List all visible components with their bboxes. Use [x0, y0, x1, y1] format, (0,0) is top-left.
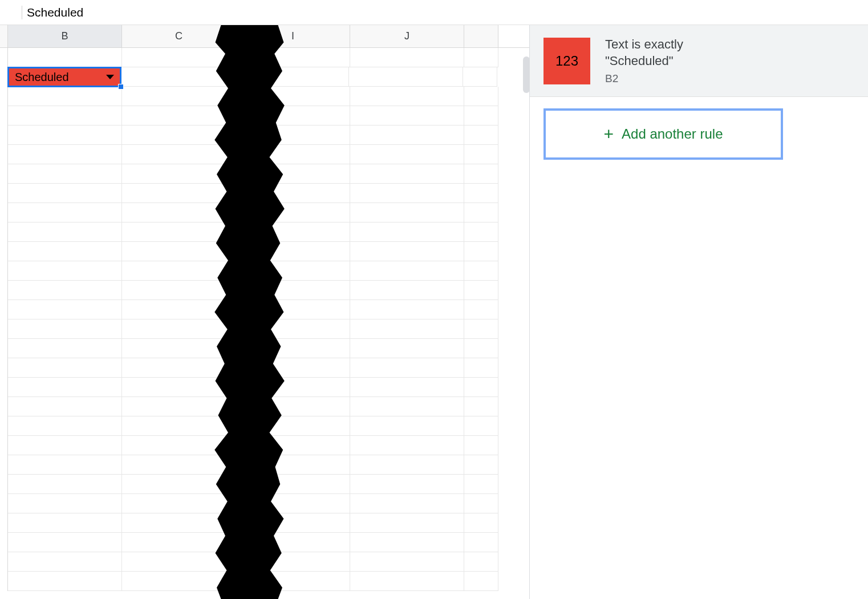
grid-cell[interactable]: [350, 378, 464, 397]
grid-cell[interactable]: [8, 319, 122, 339]
grid-cell[interactable]: [8, 300, 122, 319]
grid-cell[interactable]: [350, 203, 464, 222]
grid-cell[interactable]: [464, 261, 498, 281]
grid-cell[interactable]: [8, 339, 122, 358]
grid-cell[interactable]: [464, 436, 498, 455]
grid-cell[interactable]: [8, 164, 122, 184]
selection-handle[interactable]: [118, 84, 124, 90]
grid-cell[interactable]: [464, 106, 498, 126]
grid-cell[interactable]: [464, 378, 498, 397]
scrollbar-thumb[interactable]: [523, 56, 530, 93]
grid-cell[interactable]: [464, 572, 498, 591]
grid-cell[interactable]: [350, 106, 464, 126]
grid-cell[interactable]: [464, 300, 498, 319]
grid-cell[interactable]: [350, 513, 464, 533]
grid-cell[interactable]: [464, 203, 498, 222]
grid-cell[interactable]: [8, 572, 122, 591]
grid-cell[interactable]: [8, 416, 122, 436]
grid-cell[interactable]: [463, 67, 497, 87]
grid-cell[interactable]: [464, 494, 498, 513]
grid-cell[interactable]: [350, 164, 464, 184]
grid-cell[interactable]: [350, 339, 464, 358]
grid-cell[interactable]: [350, 281, 464, 300]
grid-cell[interactable]: [350, 48, 464, 67]
grid-cell[interactable]: [8, 494, 122, 513]
grid-cell[interactable]: [464, 552, 498, 572]
grid-cell[interactable]: [464, 164, 498, 184]
grid-cell[interactable]: [464, 126, 498, 145]
grid-cell[interactable]: [464, 184, 498, 203]
grid-cell[interactable]: [8, 436, 122, 455]
grid-cell[interactable]: [8, 87, 122, 106]
grid-cell[interactable]: [464, 455, 498, 475]
grid-cell[interactable]: [464, 48, 498, 67]
grid-cell[interactable]: [350, 455, 464, 475]
grid-cell[interactable]: [350, 475, 464, 494]
grid-cell[interactable]: [350, 494, 464, 513]
grid-cell[interactable]: [464, 533, 498, 552]
grid-cell[interactable]: [464, 397, 498, 416]
grid-cell[interactable]: [8, 261, 122, 281]
column-header-b[interactable]: B: [8, 25, 122, 47]
grid-cell[interactable]: [350, 397, 464, 416]
grid-cell[interactable]: [8, 106, 122, 126]
grid-cell[interactable]: [350, 261, 464, 281]
selected-cell-b2[interactable]: Scheduled: [7, 67, 121, 87]
grid-cell[interactable]: [8, 126, 122, 145]
grid-cell[interactable]: [8, 552, 122, 572]
grid-cell[interactable]: [122, 48, 236, 67]
grid-cell[interactable]: [350, 358, 464, 378]
grid-cell[interactable]: [8, 358, 122, 378]
dropdown-caret-icon[interactable]: [106, 75, 114, 79]
grid-cell[interactable]: [349, 67, 463, 87]
column-header-j[interactable]: J: [350, 25, 464, 47]
grid-cell[interactable]: [350, 436, 464, 455]
grid-cell[interactable]: [350, 87, 464, 106]
grid-cell[interactable]: [8, 513, 122, 533]
grid-cell[interactable]: [350, 416, 464, 436]
grid-cell[interactable]: [8, 145, 122, 164]
grid-cell[interactable]: [350, 300, 464, 319]
column-header-partial[interactable]: [464, 25, 498, 47]
grid-cell[interactable]: [8, 48, 122, 67]
grid-cell[interactable]: [8, 281, 122, 300]
grid-cell[interactable]: [464, 281, 498, 300]
grid-cell[interactable]: [464, 475, 498, 494]
grid-cell[interactable]: [464, 416, 498, 436]
grid-cell[interactable]: [122, 319, 236, 339]
grid-cell[interactable]: [350, 319, 464, 339]
grid-cell[interactable]: [8, 242, 122, 261]
grid-cell[interactable]: [350, 184, 464, 203]
grid-cell[interactable]: [122, 281, 236, 300]
grid-cell[interactable]: [350, 145, 464, 164]
grid-cell[interactable]: [464, 222, 498, 242]
grid-cell[interactable]: [8, 378, 122, 397]
grid-cell[interactable]: [350, 552, 464, 572]
grid-cell[interactable]: [122, 397, 236, 416]
grid-cell[interactable]: [8, 475, 122, 494]
grid-cell[interactable]: [350, 222, 464, 242]
grid-cell[interactable]: [8, 455, 122, 475]
grid-cell[interactable]: [122, 416, 236, 436]
formula-bar[interactable]: Scheduled: [0, 0, 868, 25]
grid-cell[interactable]: [350, 572, 464, 591]
grid-cell[interactable]: [464, 513, 498, 533]
grid-cell[interactable]: [122, 106, 236, 126]
grid-cell[interactable]: [122, 145, 236, 164]
grid-cell[interactable]: [464, 319, 498, 339]
grid-cell[interactable]: [122, 184, 236, 203]
grid-cell[interactable]: [8, 184, 122, 203]
grid-cell[interactable]: [122, 455, 236, 475]
grid-cell[interactable]: [8, 397, 122, 416]
grid-cell[interactable]: [8, 533, 122, 552]
grid-cell[interactable]: [350, 126, 464, 145]
format-rule-item[interactable]: 123 Text is exactly "Scheduled" B2: [530, 25, 868, 97]
add-another-rule-button[interactable]: + Add another rule: [543, 108, 783, 160]
grid-cell[interactable]: [122, 494, 236, 513]
grid-cell[interactable]: [8, 203, 122, 222]
grid-cell[interactable]: [464, 145, 498, 164]
grid-cell[interactable]: [464, 87, 498, 106]
grid-cell[interactable]: [464, 358, 498, 378]
grid-cell[interactable]: [350, 533, 464, 552]
grid-cell[interactable]: [464, 242, 498, 261]
